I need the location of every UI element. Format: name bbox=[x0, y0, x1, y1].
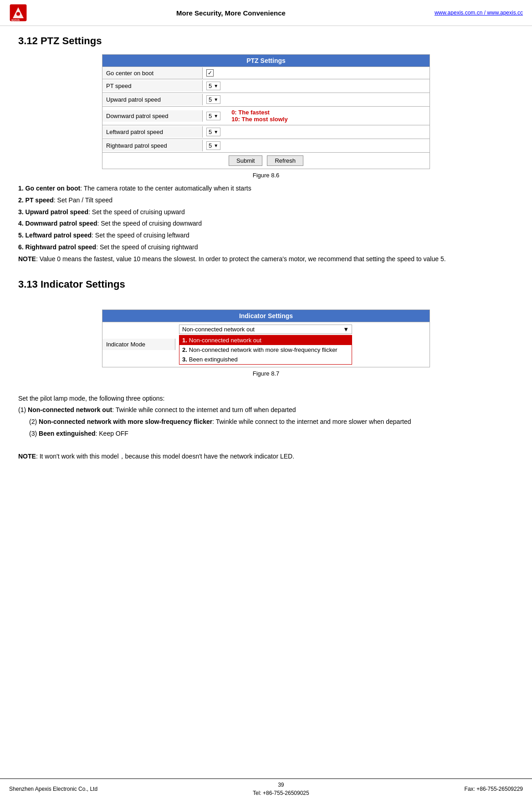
go-center-checkbox[interactable]: ✓ bbox=[206, 69, 214, 77]
indicator-note-bold: NOTE bbox=[18, 453, 36, 460]
page-header: apexis More Security, More Convenience w… bbox=[0, 0, 532, 26]
row-label-go-center: Go center on boot bbox=[102, 67, 203, 79]
rightward-speed-select[interactable]: 5 ▼ bbox=[206, 141, 220, 150]
refresh-button[interactable]: Refresh bbox=[267, 155, 303, 166]
figure-8-6: PTZ Settings Go center on boot ✓ PT spee… bbox=[18, 54, 514, 179]
row-control-pt-speed[interactable]: 5 ▼ bbox=[203, 79, 224, 93]
desc-3-bold: 3. Upward patrol speed bbox=[18, 208, 88, 216]
desc-item-2: 2. PT speed: Set Pan / Tilt speed bbox=[18, 195, 514, 206]
ptz-descriptions: 1. Go center on boot: The camera rotate … bbox=[18, 183, 514, 265]
indicator-item-3-text: : Keep OFF bbox=[95, 430, 128, 437]
upward-speed-select[interactable]: 5 ▼ bbox=[206, 95, 220, 104]
desc-3-text: : Set the speed of cruising upward bbox=[88, 208, 185, 216]
item-text: Been extinguished bbox=[189, 356, 238, 363]
indicator-item-2: (2) Non-connected network with more slow… bbox=[18, 417, 514, 428]
indicator-item-2-bold: Non-connected network with more slow-fre… bbox=[39, 418, 212, 425]
row-control-upward-speed[interactable]: 5 ▼ bbox=[203, 93, 224, 106]
list-item[interactable]: 3. Been extinguished bbox=[179, 355, 352, 364]
dropdown-selected-value: Non-connected network out bbox=[182, 326, 255, 333]
dropdown-arrow-icon: ▼ bbox=[343, 326, 349, 333]
figure-8-7-caption: Figure 8.7 bbox=[253, 370, 280, 377]
footer-tel: Tel: +86-755-26509025 bbox=[97, 790, 464, 796]
indicator-item-2-num: (2) bbox=[29, 418, 37, 425]
desc-4-bold: 4. Downward patrol speed bbox=[18, 220, 97, 227]
footer-company: Shenzhen Apexis Electronic Co., Ltd bbox=[9, 786, 97, 792]
row-label-pt-speed: PT speed bbox=[102, 80, 203, 92]
indicator-settings-table: Indicator Settings Indicator Mode Non-co… bbox=[102, 309, 430, 367]
row-control-go-center[interactable]: ✓ bbox=[203, 67, 217, 79]
desc-6-text: : Set the speed of cruising rightward bbox=[96, 243, 198, 251]
indicator-descriptions: Set the pilot lamp mode, the following t… bbox=[18, 393, 514, 462]
item-num: 3. bbox=[182, 356, 187, 363]
list-item[interactable]: 2. Non-connected network with more slow-… bbox=[179, 345, 352, 355]
downward-speed-select[interactable]: 5 ▼ bbox=[206, 112, 220, 120]
main-content: 3.12 PTZ Settings PTZ Settings Go center… bbox=[0, 26, 532, 475]
header-links: www.apexis.com.cn / www.apexis.cc bbox=[435, 10, 523, 16]
indicator-mode-label: Indicator Mode bbox=[102, 339, 175, 350]
dropdown-arrow-icon: ▼ bbox=[214, 83, 218, 88]
desc-item-5: 5. Leftward patrol speed: Set the speed … bbox=[18, 230, 514, 241]
row-label-downward-speed: Downward patrol speed bbox=[102, 110, 203, 122]
figure-8-6-caption: Figure 8.6 bbox=[253, 172, 280, 179]
desc-item-4: 4. Downward patrol speed: Set the speed … bbox=[18, 218, 514, 229]
indicator-table-header: Indicator Settings bbox=[102, 310, 430, 322]
indicator-note: NOTE: It won't work with this model，beca… bbox=[18, 451, 514, 462]
svg-text:apexis: apexis bbox=[11, 18, 20, 22]
item-num: 1. bbox=[182, 337, 187, 344]
desc-2-text: : Set Pan / Tilt speed bbox=[54, 196, 113, 204]
indicator-mode-dropdown[interactable]: Non-connected network out ▼ bbox=[179, 325, 352, 334]
section-312-heading: 3.12 PTZ Settings bbox=[18, 35, 514, 47]
item-num: 2. bbox=[182, 346, 187, 353]
desc-1-text: : The camera rotate to the center automa… bbox=[80, 185, 251, 192]
ptz-table-header: PTZ Settings bbox=[102, 55, 430, 67]
item-text: Non-connected network with more slow-fre… bbox=[189, 346, 338, 353]
indicator-mode-control[interactable]: Non-connected network out ▼ 1. Non-conne… bbox=[175, 322, 430, 367]
table-row: Downward patrol speed 5 ▼ 0: The fastest… bbox=[102, 106, 430, 125]
pt-speed-select[interactable]: 5 ▼ bbox=[206, 82, 220, 90]
table-row: Upward patrol speed 5 ▼ bbox=[102, 93, 430, 106]
indicator-item-1-num: (1) bbox=[18, 406, 26, 413]
speed-note: 0: The fastest10: The most slowly bbox=[231, 109, 288, 123]
row-control-downward-speed[interactable]: 5 ▼ 0: The fastest10: The most slowly bbox=[203, 107, 292, 125]
list-item[interactable]: 1. Non-connected network out bbox=[179, 335, 352, 345]
logo-area: apexis bbox=[9, 4, 27, 22]
ptz-settings-table: PTZ Settings Go center on boot ✓ PT spee… bbox=[102, 54, 430, 169]
desc-5-text: : Set the speed of cruising leftward bbox=[92, 232, 189, 239]
ptz-note: NOTE: Value 0 means the fastest, value 1… bbox=[18, 254, 514, 265]
section-313-heading: 3.13 Indicator Settings bbox=[18, 278, 514, 290]
desc-item-3: 3. Upward patrol speed: Set the speed of… bbox=[18, 207, 514, 218]
table-row: Leftward patrol speed 5 ▼ bbox=[102, 125, 430, 139]
page-footer: Shenzhen Apexis Electronic Co., Ltd 39 T… bbox=[0, 778, 532, 799]
indicator-item-1-bold: Non-connected network out bbox=[28, 406, 112, 413]
svg-point-2 bbox=[16, 12, 20, 15]
submit-button[interactable]: Submit bbox=[229, 155, 262, 166]
indicator-item-1: (1) Non-connected network out: Twinkle w… bbox=[18, 405, 514, 416]
row-control-rightward-speed[interactable]: 5 ▼ bbox=[203, 139, 224, 152]
table-row: Go center on boot ✓ bbox=[102, 67, 430, 79]
row-label-rightward-speed: Rightward patrol speed bbox=[102, 140, 203, 151]
dropdown-arrow-icon: ▼ bbox=[214, 97, 218, 102]
header-tagline: More Security, More Convenience bbox=[27, 9, 435, 17]
indicator-table-row: Indicator Mode Non-connected network out… bbox=[102, 322, 430, 367]
indicator-dropdown-list[interactable]: 1. Non-connected network out 2. Non-conn… bbox=[179, 335, 352, 365]
indicator-item-3: (3) Been extinguished: Keep OFF bbox=[18, 428, 514, 439]
apexis-logo-icon: apexis bbox=[9, 4, 27, 22]
indicator-intro: Set the pilot lamp mode, the following t… bbox=[18, 393, 514, 404]
row-control-leftward-speed[interactable]: 5 ▼ bbox=[203, 125, 224, 139]
ptz-note-bold: NOTE bbox=[18, 255, 36, 263]
item-text: Non-connected network out bbox=[189, 337, 261, 344]
table-row: Rightward patrol speed 5 ▼ bbox=[102, 139, 430, 152]
indicator-item-3-num: (3) bbox=[29, 430, 37, 437]
leftward-speed-select[interactable]: 5 ▼ bbox=[206, 128, 220, 136]
indicator-note-text: : It won't work with this model，because … bbox=[36, 453, 294, 460]
footer-center: 39 Tel: +86-755-26509025 bbox=[97, 782, 464, 796]
indicator-item-2-text: : Twinkle while connect to the internet … bbox=[212, 418, 411, 425]
dropdown-arrow-icon: ▼ bbox=[214, 129, 218, 134]
indicator-item-1-text: : Twinkle while connect to the internet … bbox=[112, 406, 296, 413]
figure-8-7: Indicator Settings Indicator Mode Non-co… bbox=[18, 309, 514, 377]
indicator-item-3-bold: Been extinguished bbox=[39, 430, 95, 437]
desc-5-bold: 5. Leftward patrol speed bbox=[18, 232, 92, 239]
desc-6-bold: 6. Rightward patrol speed bbox=[18, 243, 96, 251]
dropdown-arrow-icon: ▼ bbox=[214, 113, 218, 119]
ptz-table-footer: Submit Refresh bbox=[102, 152, 430, 169]
